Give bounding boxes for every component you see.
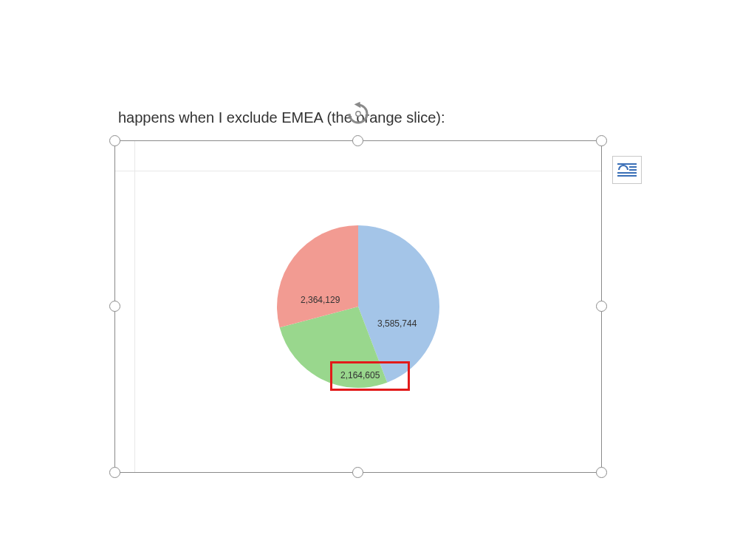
data-label-blue: 3,585,744 — [377, 318, 417, 329]
chart-selection-frame[interactable]: 3,585,744 2,164,605 2,364,129 — [114, 140, 602, 473]
resize-handle-top-left[interactable] — [109, 135, 120, 146]
svg-point-0 — [356, 112, 360, 116]
highlight-rectangle — [330, 361, 410, 391]
layout-options-button[interactable] — [612, 156, 642, 184]
resize-handle-top-right[interactable] — [596, 135, 607, 146]
pie-chart[interactable]: 3,585,744 2,164,605 2,364,129 — [273, 221, 444, 392]
rotate-handle-icon[interactable] — [346, 101, 371, 126]
resize-handle-bottom-middle[interactable] — [352, 467, 363, 478]
caption-text: happens when I exclude EMEA (the orange … — [118, 109, 445, 126]
resize-handle-top-middle[interactable] — [352, 135, 363, 146]
plot-area-guide-horizontal — [115, 171, 601, 171]
plot-area-guide-vertical — [134, 141, 135, 472]
resize-handle-bottom-left[interactable] — [109, 467, 120, 478]
resize-handle-middle-right[interactable] — [596, 301, 607, 312]
layout-options-icon — [617, 161, 637, 179]
resize-handle-bottom-right[interactable] — [596, 467, 607, 478]
data-label-red: 2,364,129 — [301, 295, 340, 305]
resize-handle-middle-left[interactable] — [109, 301, 120, 312]
